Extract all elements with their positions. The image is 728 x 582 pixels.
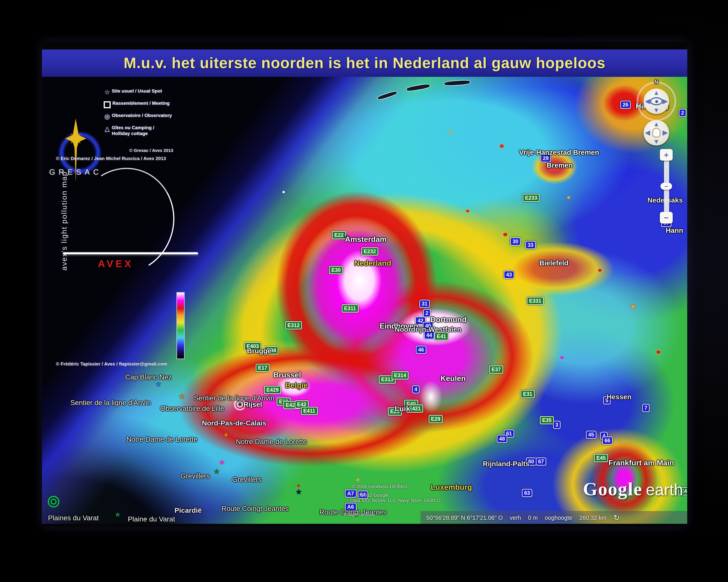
status-verh-label: verh	[510, 514, 521, 521]
city-label: Brussel	[273, 370, 301, 379]
map-light-dot	[500, 144, 504, 148]
eroad-badge: E232	[361, 247, 378, 255]
status-altitude-value: 260.32 km	[579, 514, 606, 521]
look-up-arrow-icon[interactable]: ▲	[653, 89, 659, 96]
map-light-dot	[297, 484, 300, 487]
poi-label: Sentier de la ligne d'Anvin	[194, 394, 275, 402]
status-bar: 50°56'28.89" N 6°17'21.06" O verh 0 m oo…	[420, 511, 687, 524]
projected-slide: M.u.v. het uiterste noorden is het in Ne…	[42, 42, 687, 527]
road-badge: 66	[602, 437, 613, 445]
road-badge: 43	[504, 271, 514, 279]
road-badge: 48	[497, 435, 507, 443]
move-joystick[interactable]: ▲ ▼ ◀ ▶	[644, 120, 669, 145]
wadden-island	[406, 83, 431, 92]
road-badge: 30	[510, 238, 521, 246]
hand-icon	[652, 128, 661, 138]
streaming-icon: ↻	[614, 513, 620, 522]
eye-icon	[650, 97, 663, 105]
color-scale-bar	[177, 292, 185, 359]
poi-label: Route Coingt Jeantes	[222, 505, 289, 513]
zoom-out-label: −	[664, 213, 669, 222]
map-credit: © 2015 Google	[357, 493, 388, 498]
poi-label: Notre Dame de Lorette	[236, 438, 307, 446]
move-up-arrow-icon[interactable]: ▲	[653, 120, 659, 128]
city-label: Hann	[666, 226, 683, 234]
road-badge: 45	[586, 431, 596, 439]
wadden-island	[444, 79, 471, 87]
city-label: Dortmund	[431, 315, 467, 324]
eroad-badge: E41	[435, 332, 448, 340]
country-label: België	[285, 381, 308, 390]
road-badge: 46	[416, 346, 426, 354]
city-label: Amsterdam	[345, 235, 387, 244]
zoom-in-label: +	[664, 150, 669, 160]
stage: M.u.v. het uiterste noorden is het in Ne…	[0, 0, 728, 582]
slide-title: M.u.v. het uiterste noorden is het in Ne…	[124, 54, 605, 72]
city-label: Luik	[395, 404, 410, 413]
google-watermark-text: Google	[583, 478, 642, 499]
zoom-handle-label: −	[665, 183, 668, 190]
eroad-badge: E29	[428, 415, 443, 423]
status-verh-value: 0 m	[528, 514, 538, 521]
map-credit: Image Landsat	[344, 512, 375, 517]
map-credit: © 2009 GeoBasis-DE/BKG	[352, 484, 408, 489]
eroad-badge: E411	[301, 407, 317, 415]
eroad-badge: E17	[256, 364, 270, 372]
city-label: Keulen	[440, 374, 466, 383]
map-light-dot	[560, 356, 564, 359]
city-label: Frankfurt am Main	[608, 458, 674, 467]
road-badge: 33	[525, 241, 536, 249]
country-label: Nederland	[354, 259, 391, 268]
city-label: Brugge	[247, 347, 271, 355]
map-light-dot	[656, 350, 660, 354]
usual-spot-star-icon: ★	[213, 468, 220, 475]
look-down-arrow-icon[interactable]: ▼	[653, 107, 659, 113]
region-label: Hessen	[607, 393, 632, 401]
road-badge: 31	[419, 300, 430, 308]
eroad-badge: E35	[540, 416, 554, 424]
region-label: Rijnland-Palts	[483, 460, 529, 468]
look-right-arrow-icon[interactable]: ▶	[662, 98, 668, 105]
usual-spot-star-icon: ★	[295, 488, 302, 496]
map-light-dot	[631, 305, 635, 308]
map-light-dot	[220, 461, 224, 464]
move-down-arrow-icon[interactable]: ▼	[653, 138, 659, 145]
avex-logo-text: AVEX	[98, 258, 133, 270]
road-badge: 26	[620, 101, 631, 109]
map-light-dot	[357, 478, 359, 481]
eroad-badge: E45	[594, 454, 608, 462]
road-badge: 2	[679, 109, 686, 117]
eroad-badge: E429	[264, 386, 281, 394]
zoom-slider-handle[interactable]: −	[660, 183, 672, 190]
wadden-island	[377, 90, 398, 101]
tapissier-contact: © Frédéric Tapissier / Avex / ftapissier…	[56, 361, 167, 367]
road-badge: 63	[522, 489, 532, 497]
country-label: Luxemburg	[431, 483, 472, 492]
city-label: Bielefeld	[539, 259, 568, 267]
move-left-arrow-icon[interactable]: ◀	[645, 129, 650, 137]
eroad-badge: E331	[527, 297, 544, 305]
move-right-arrow-icon[interactable]: ▶	[662, 129, 668, 137]
avex-panel: avex's light pollution map AVEX Blanc / …	[42, 42, 199, 527]
slide-title-bar: M.u.v. het uiterste noorden is het in Ne…	[42, 50, 687, 77]
earth-watermark-text: earth	[646, 481, 683, 499]
look-joystick[interactable]: ▲ ▼ ◀ ▶	[644, 88, 669, 114]
road-badge: 4	[412, 385, 420, 393]
road-badge: A7	[345, 490, 356, 498]
road-badge: 2	[423, 309, 431, 317]
eroad-badge: E37	[489, 365, 503, 373]
avex-vertical-label: avex's light pollution map	[60, 163, 69, 279]
region-label: Noordrijn-Westfalen	[395, 325, 461, 333]
compass-north-label: N	[654, 79, 658, 85]
map-light-dot	[450, 130, 452, 133]
city-label: Vrije-Hanzestad Bremen	[519, 148, 599, 157]
zoom-out-button[interactable]: −	[660, 212, 673, 223]
map-light-dot	[283, 191, 285, 193]
map-light-dot	[567, 196, 570, 199]
poi-label: Grevillers	[232, 475, 262, 483]
usual-spot-star-icon: ★	[223, 431, 230, 439]
look-left-arrow-icon[interactable]: ◀	[645, 98, 650, 105]
map-credit: Data SIO, NOAA, U.S. Navy, NGA, GEBCO	[350, 498, 441, 503]
status-altitude-label: ooghoogte	[545, 514, 572, 521]
zoom-in-button[interactable]: +	[660, 149, 673, 161]
